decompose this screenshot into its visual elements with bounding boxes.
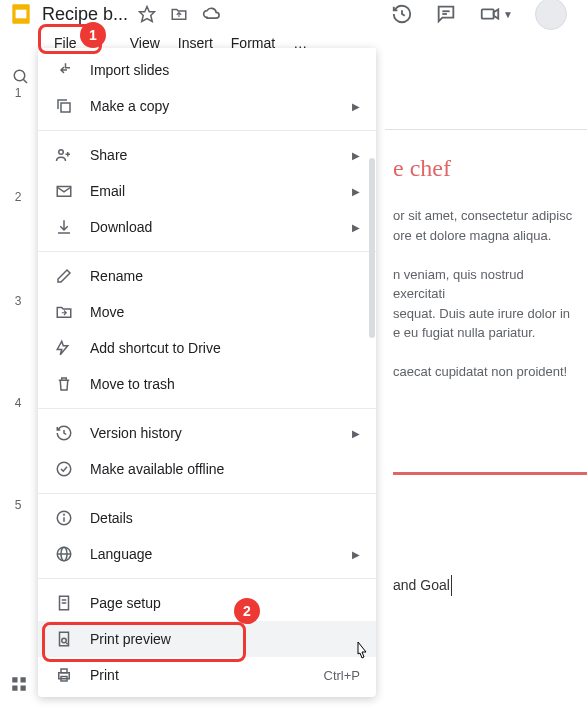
menu-add-shortcut[interactable]: Add shortcut to Drive [38,330,376,366]
submenu-arrow-icon: ▶ [352,186,360,197]
menu-details[interactable]: Details [38,500,376,536]
submenu-arrow-icon: ▶ [352,150,360,161]
shortcut-label: Ctrl+P [324,668,360,683]
slide-number: 2 [15,190,22,204]
menu-divider [38,493,376,494]
menu-print[interactable]: Print Ctrl+P [38,657,376,693]
submenu-arrow-icon: ▶ [352,549,360,560]
chevron-down-icon: ▼ [503,9,513,20]
svg-rect-29 [61,669,67,673]
import-icon [54,60,74,80]
svg-rect-10 [12,686,17,691]
print-icon [54,665,74,685]
menu-email[interactable]: Email ▶ [38,173,376,209]
globe-icon [54,544,74,564]
slide-number: 4 [15,396,22,410]
move-folder-icon[interactable] [170,5,188,23]
tutorial-badge-2: 2 [234,598,260,624]
present-button[interactable]: ▼ [479,3,513,25]
svg-point-15 [57,462,71,476]
header-right: ▼ [391,0,579,30]
copy-icon [54,96,74,116]
file-menu-dropdown: Import slides Make a copy ▶ Share ▶ Emai… [38,48,376,697]
menu-import-slides[interactable]: Import slides [38,52,376,88]
camera-icon [479,3,501,25]
svg-point-26 [62,638,67,643]
rename-icon [54,266,74,286]
print-preview-icon [54,629,74,649]
info-icon [54,508,74,528]
email-icon [54,181,74,201]
menu-page-setup[interactable]: Page setup [38,585,376,621]
slide-number: 1 [15,86,22,100]
drive-shortcut-icon [54,338,74,358]
slide-caption[interactable]: and Goal [393,575,452,596]
history-icon [54,423,74,443]
svg-rect-1 [16,10,27,19]
dropdown-scrollbar[interactable] [368,48,376,697]
header-icons [138,4,222,24]
svg-point-13 [59,150,64,155]
menu-move-trash[interactable]: Move to trash [38,366,376,402]
menu-share[interactable]: Share ▶ [38,137,376,173]
slide-number: 3 [15,294,22,308]
svg-rect-12 [61,103,70,112]
submenu-arrow-icon: ▶ [352,222,360,233]
avatar[interactable] [535,0,567,30]
ruler [385,100,587,130]
slide-canvas: e chef or sit amet, consectetur adipisc … [385,100,587,616]
divider-line [393,472,587,475]
slide-text[interactable]: or sit amet, consectetur adipisc ore et … [393,206,579,382]
menu-language[interactable]: Language ▶ [38,536,376,572]
move-icon [54,302,74,322]
submenu-arrow-icon: ▶ [352,428,360,439]
document-title[interactable]: Recipe b... [42,4,128,25]
download-icon [54,217,74,237]
menu-rename[interactable]: Rename [38,258,376,294]
offline-icon [54,459,74,479]
scroll-thumb[interactable] [369,158,375,338]
menu-divider [38,578,376,579]
grid-view-icon[interactable] [10,675,28,693]
menu-make-copy[interactable]: Make a copy ▶ [38,88,376,124]
slide-heading[interactable]: e chef [393,150,579,186]
svg-rect-9 [21,677,26,682]
menu-make-offline[interactable]: Make available offline [38,451,376,487]
comment-icon[interactable] [435,3,457,25]
share-icon [54,145,74,165]
menu-move[interactable]: Move [38,294,376,330]
cloud-icon[interactable] [202,4,222,24]
star-icon[interactable] [138,5,156,23]
submenu-arrow-icon: ▶ [352,101,360,112]
slide-thumbnails-panel: 1 2 3 4 5 [0,62,36,512]
history-icon[interactable] [391,3,413,25]
svg-rect-11 [21,686,26,691]
trash-icon [54,374,74,394]
svg-marker-2 [140,7,155,22]
svg-rect-5 [482,9,494,18]
slide-number: 5 [15,498,22,512]
svg-rect-8 [12,677,17,682]
menu-version-history[interactable]: Version history ▶ [38,415,376,451]
menu-divider [38,130,376,131]
svg-line-27 [66,643,68,645]
tutorial-badge-1: 1 [80,22,106,48]
menu-divider [38,408,376,409]
menu-download[interactable]: Download ▶ [38,209,376,245]
page-setup-icon [54,593,74,613]
menu-print-preview[interactable]: Print preview [38,621,376,657]
menu-divider [38,251,376,252]
svg-point-18 [64,514,65,515]
slides-logo [8,1,34,27]
